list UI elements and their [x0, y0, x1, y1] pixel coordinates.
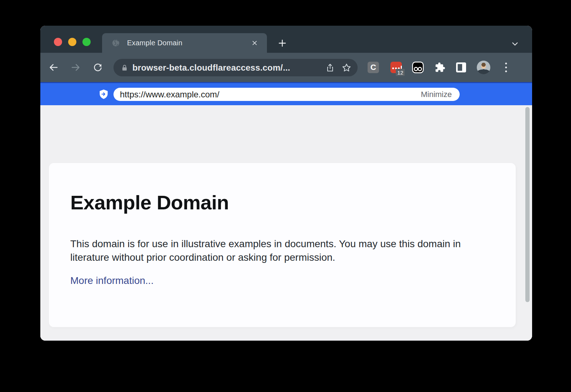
zoom-window-button[interactable]: [82, 38, 91, 46]
browser-menu-kebab-icon[interactable]: [505, 63, 507, 72]
extension-badge: 12: [396, 69, 405, 76]
close-window-button[interactable]: [54, 38, 62, 46]
reload-button[interactable]: [92, 62, 103, 73]
address-bar-url: browser-beta.cloudflareaccess.com/...: [132, 63, 325, 73]
bookmark-star-icon[interactable]: [341, 62, 352, 73]
remote-url-text: https://www.example.com/: [120, 90, 421, 100]
globe-favicon-icon: [111, 39, 120, 47]
tab-search-chevron-icon[interactable]: [507, 36, 522, 51]
vertical-scrollbar[interactable]: [525, 107, 530, 302]
more-information-link[interactable]: More information...: [70, 275, 153, 286]
remote-url-bar[interactable]: https://www.example.com/ Minimize: [113, 88, 460, 101]
example-domain-card: Example Domain This domain is for use in…: [49, 163, 516, 327]
extension-circles-icon[interactable]: [412, 61, 424, 73]
tab-example-domain[interactable]: Example Domain: [102, 33, 267, 53]
browser-window: Example Domain: [40, 26, 532, 341]
extensions-puzzle-icon[interactable]: [435, 62, 445, 73]
new-tab-button[interactable]: [275, 36, 290, 51]
window-controls: [54, 38, 91, 46]
forward-button[interactable]: [70, 62, 81, 73]
extension-password-manager-icon[interactable]: 12: [390, 62, 402, 73]
page-paragraph: This domain is for use in illustrative e…: [70, 237, 484, 264]
extension-c-icon[interactable]: C: [368, 62, 379, 73]
profile-avatar[interactable]: [477, 61, 490, 74]
side-panel-icon[interactable]: [456, 62, 466, 73]
minimize-window-button[interactable]: [68, 38, 76, 46]
back-button[interactable]: [48, 62, 59, 73]
tab-strip: Example Domain: [40, 26, 532, 53]
shield-icon: [99, 89, 108, 100]
address-bar[interactable]: browser-beta.cloudflareaccess.com/...: [113, 59, 358, 76]
page-viewport: Example Domain This domain is for use in…: [40, 105, 532, 341]
remote-browser-bar: https://www.example.com/ Minimize: [40, 82, 532, 105]
minimize-bar-button[interactable]: Minimize: [421, 90, 452, 99]
lock-icon: [121, 64, 128, 72]
tab-close-icon[interactable]: [249, 38, 260, 49]
tab-title: Example Domain: [127, 39, 249, 47]
toolbar: browser-beta.cloudflareaccess.com/... C: [40, 53, 532, 82]
share-icon[interactable]: [325, 62, 335, 73]
page-title: Example Domain: [70, 191, 229, 214]
